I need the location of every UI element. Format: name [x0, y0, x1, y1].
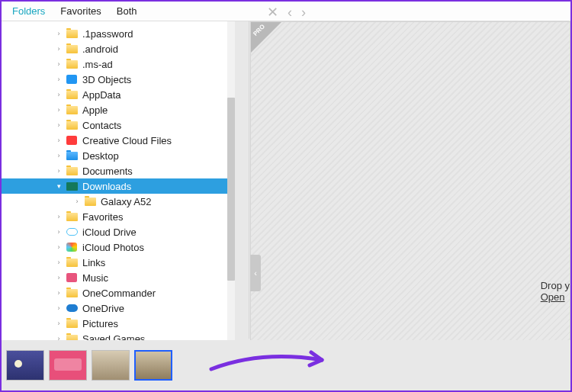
chevron-right-icon[interactable]: › — [53, 167, 64, 175]
tree-item-label: Documents — [82, 165, 133, 177]
chevron-right-icon[interactable]: › — [53, 45, 64, 53]
folder-icon — [66, 272, 78, 283]
tree-item-label: Downloads — [82, 181, 131, 192]
folder-icon — [66, 150, 78, 161]
back-icon[interactable]: ‹ — [288, 5, 292, 21]
tree-item-pictures[interactable]: ›Pictures — [2, 316, 235, 331]
tree-item-music[interactable]: ›Music — [2, 270, 235, 285]
pane-divider[interactable] — [249, 21, 249, 339]
chevron-right-icon[interactable]: › — [53, 289, 64, 297]
tree-item-favorites[interactable]: ›Favorites — [2, 209, 235, 224]
tree-item-label: .android — [82, 43, 118, 55]
chevron-down-icon[interactable]: ▾ — [53, 182, 64, 190]
tree-item-desktop[interactable]: ›Desktop — [2, 148, 235, 163]
tree-item-downloads[interactable]: ▾Downloads — [2, 178, 235, 194]
close-icon[interactable]: ✕ — [267, 4, 278, 21]
chevron-right-icon[interactable]: › — [53, 76, 64, 83]
folder-icon — [66, 257, 78, 268]
tree-item-onedrive[interactable]: ›OneDrive — [2, 300, 235, 316]
folder-icon — [66, 120, 78, 130]
tree-item-label: Pictures — [82, 318, 118, 329]
tree-item-creative-cloud-files[interactable]: ›Creative Cloud Files — [2, 133, 235, 148]
tab-folders[interactable]: Folders — [5, 2, 53, 20]
chevron-right-icon[interactable]: › — [53, 320, 64, 327]
tree-item-galaxy-a52[interactable]: ›Galaxy A52 — [2, 194, 235, 209]
folder-icon — [66, 165, 78, 176]
drop-hint-line1: Drop y — [541, 280, 570, 291]
tree-item-contacts[interactable]: ›Contacts — [2, 117, 235, 133]
tree-item-onecommander[interactable]: ›OneCommander — [2, 285, 235, 300]
folder-icon — [66, 211, 78, 222]
tree-item-documents[interactable]: ›Documents — [2, 163, 235, 178]
collapse-handle[interactable]: ‹ — [250, 255, 261, 291]
folder-icon — [66, 181, 78, 191]
tree-item-icloud-photos[interactable]: ›iCloud Photos — [2, 239, 235, 255]
chevron-right-icon[interactable]: › — [53, 60, 64, 68]
chevron-right-icon[interactable]: › — [53, 243, 64, 251]
folder-icon — [66, 43, 78, 54]
chevron-right-icon[interactable]: › — [53, 137, 64, 144]
tree-item-label: AppData — [82, 89, 121, 101]
chevron-right-icon[interactable]: › — [53, 106, 64, 114]
thumbnail-2[interactable] — [49, 350, 87, 381]
folder-icon — [66, 59, 78, 69]
tree-item--android[interactable]: ›.android — [2, 41, 235, 56]
tab-favorites[interactable]: Favorites — [53, 2, 108, 20]
tree-item-label: OneDrive — [82, 303, 124, 314]
chevron-right-icon[interactable]: › — [53, 121, 64, 129]
chevron-right-icon[interactable]: › — [53, 91, 64, 98]
tree-item-label: .ms-ad — [82, 59, 113, 70]
tree-item-appdata[interactable]: ›AppData — [2, 87, 235, 102]
tree-item-label: 3D Objects — [82, 74, 131, 85]
tree-item-apple[interactable]: ›Apple — [2, 102, 235, 117]
thumbnail-1[interactable] — [6, 350, 44, 381]
chevron-right-icon[interactable]: › — [53, 30, 64, 37]
folder-icon — [84, 196, 96, 207]
thumbnail-3[interactable] — [92, 350, 130, 381]
chevron-right-icon[interactable]: › — [53, 213, 64, 220]
tree-item-label: iCloud Drive — [82, 227, 137, 238]
folder-icon — [66, 89, 78, 100]
scrollbar-thumb[interactable] — [227, 98, 235, 281]
drop-hint: Drop y Open — [541, 280, 570, 303]
chevron-right-icon[interactable]: › — [72, 198, 82, 205]
tree-item-label: iCloud Photos — [82, 242, 144, 253]
tree-item-icloud-drive[interactable]: ›iCloud Drive — [2, 224, 235, 239]
tree-item--ms-ad[interactable]: ›.ms-ad — [2, 56, 235, 72]
tree-item-label: Music — [82, 272, 108, 284]
folder-icon — [66, 74, 78, 85]
chevron-right-icon[interactable]: › — [53, 274, 64, 281]
thumbnail-strip — [2, 340, 570, 390]
folder-icon — [66, 28, 78, 39]
tree-item-3d-objects[interactable]: ›3D Objects — [2, 72, 235, 87]
folder-icon — [66, 104, 78, 115]
folder-icon — [66, 135, 78, 146]
tree-item-label: .1password — [82, 28, 133, 40]
folder-tree[interactable]: ›.1password›.android›.ms-ad›3D Objects›A… — [2, 21, 235, 342]
tree-item-label: Desktop — [82, 150, 119, 162]
nav-controls: ✕ ‹ › — [267, 4, 306, 21]
chevron-right-icon[interactable]: › — [53, 228, 64, 236]
tree-item-label: Galaxy A52 — [101, 196, 152, 207]
tab-both[interactable]: Both — [109, 2, 145, 20]
folder-icon — [66, 288, 78, 298]
forward-icon[interactable]: › — [301, 5, 306, 21]
chevron-right-icon[interactable]: › — [53, 259, 64, 266]
chevron-right-icon[interactable]: › — [53, 304, 64, 312]
pro-badge-corner — [251, 22, 281, 53]
tree-item-label: Contacts — [82, 120, 121, 131]
folder-icon — [66, 242, 78, 252]
tree-item-label: Creative Cloud Files — [82, 135, 172, 146]
chevron-right-icon[interactable]: › — [53, 152, 64, 159]
tree-item-label: Favorites — [82, 211, 123, 223]
folder-icon — [66, 318, 78, 329]
open-link[interactable]: Open — [541, 291, 570, 303]
tree-item-label: Apple — [82, 104, 108, 116]
folder-icon — [66, 227, 78, 237]
tree-item-links[interactable]: ›Links — [2, 255, 235, 270]
tree-item--1password[interactable]: ›.1password — [2, 26, 235, 41]
thumbnail-4-selected[interactable] — [134, 350, 172, 381]
preview-pane[interactable]: PRO ‹ Drop y Open — [250, 21, 570, 342]
folder-icon — [66, 303, 78, 313]
tree-item-label: Links — [82, 257, 105, 268]
